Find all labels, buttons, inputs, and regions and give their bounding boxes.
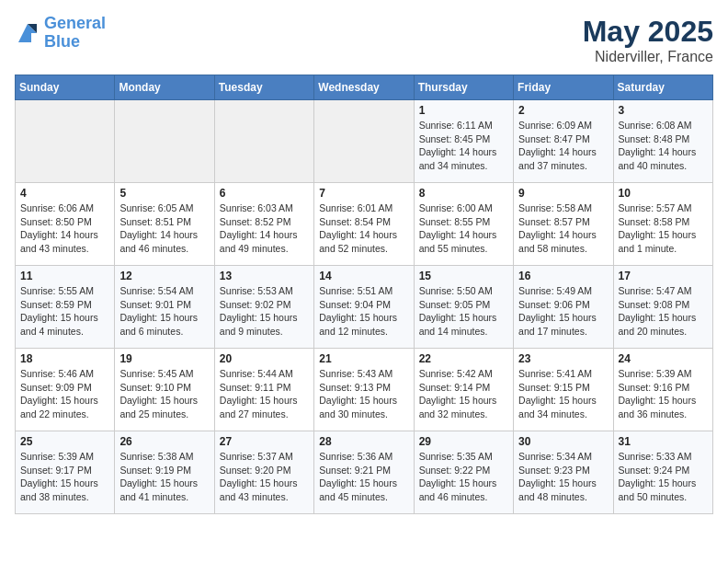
- calendar-cell: 13Sunrise: 5:53 AM Sunset: 9:02 PM Dayli…: [214, 266, 313, 349]
- calendar-cell: 4Sunrise: 6:06 AM Sunset: 8:50 PM Daylig…: [16, 183, 115, 266]
- day-info: Sunrise: 5:33 AM Sunset: 9:24 PM Dayligh…: [619, 450, 708, 504]
- weekday-header-thursday: Thursday: [414, 75, 513, 100]
- day-info: Sunrise: 6:00 AM Sunset: 8:55 PM Dayligh…: [419, 201, 508, 256]
- calendar-cell: 23Sunrise: 5:41 AM Sunset: 9:15 PM Dayli…: [514, 349, 613, 431]
- calendar-week-4: 18Sunrise: 5:46 AM Sunset: 9:09 PM Dayli…: [16, 349, 713, 431]
- calendar-cell: 20Sunrise: 5:44 AM Sunset: 9:11 PM Dayli…: [214, 349, 313, 431]
- calendar-cell: 27Sunrise: 5:37 AM Sunset: 9:20 PM Dayli…: [214, 431, 313, 514]
- calendar-cell: [16, 100, 115, 183]
- weekday-header-wednesday: Wednesday: [314, 75, 414, 100]
- day-info: Sunrise: 5:58 AM Sunset: 8:57 PM Dayligh…: [518, 201, 608, 256]
- day-info: Sunrise: 5:42 AM Sunset: 9:14 PM Dayligh…: [419, 367, 508, 421]
- logo-general: General: [44, 14, 106, 32]
- day-number: 27: [220, 435, 309, 448]
- logo-icon: [15, 20, 40, 46]
- day-number: 28: [319, 435, 408, 448]
- day-info: Sunrise: 5:41 AM Sunset: 9:15 PM Dayligh…: [518, 367, 608, 421]
- logo: General Blue: [15, 15, 106, 52]
- calendar-cell: [115, 100, 214, 183]
- calendar-week-1: 1Sunrise: 6:11 AM Sunset: 8:45 PM Daylig…: [16, 100, 713, 183]
- day-info: Sunrise: 5:57 AM Sunset: 8:58 PM Dayligh…: [619, 201, 708, 256]
- day-info: Sunrise: 6:08 AM Sunset: 8:48 PM Dayligh…: [619, 119, 708, 173]
- calendar-cell: 16Sunrise: 5:49 AM Sunset: 9:06 PM Dayli…: [514, 266, 613, 349]
- day-number: 12: [119, 270, 209, 282]
- day-info: Sunrise: 6:09 AM Sunset: 8:47 PM Dayligh…: [518, 119, 608, 173]
- calendar-cell: 12Sunrise: 5:54 AM Sunset: 9:01 PM Dayli…: [115, 266, 214, 349]
- weekday-header-tuesday: Tuesday: [214, 75, 313, 100]
- calendar-cell: 11Sunrise: 5:55 AM Sunset: 8:59 PM Dayli…: [16, 266, 115, 349]
- calendar-table: SundayMondayTuesdayWednesdayThursdayFrid…: [15, 75, 713, 514]
- day-info: Sunrise: 6:06 AM Sunset: 8:50 PM Dayligh…: [20, 201, 109, 256]
- calendar-cell: 19Sunrise: 5:45 AM Sunset: 9:10 PM Dayli…: [115, 349, 214, 431]
- day-number: 2: [518, 104, 608, 117]
- calendar-cell: 28Sunrise: 5:36 AM Sunset: 9:21 PM Dayli…: [314, 431, 414, 514]
- logo-blue: Blue: [44, 32, 80, 51]
- day-number: 15: [419, 270, 508, 282]
- weekday-header-monday: Monday: [115, 75, 214, 100]
- title-block: May 2025 Niderviller, France: [583, 15, 713, 65]
- calendar-title: May 2025: [583, 15, 713, 49]
- calendar-cell: 17Sunrise: 5:47 AM Sunset: 9:08 PM Dayli…: [613, 266, 712, 349]
- day-info: Sunrise: 5:34 AM Sunset: 9:23 PM Dayligh…: [518, 450, 608, 504]
- calendar-cell: 25Sunrise: 5:39 AM Sunset: 9:17 PM Dayli…: [16, 431, 115, 514]
- day-number: 21: [319, 352, 408, 365]
- day-info: Sunrise: 5:45 AM Sunset: 9:10 PM Dayligh…: [119, 367, 209, 421]
- calendar-cell: 29Sunrise: 5:35 AM Sunset: 9:22 PM Dayli…: [414, 431, 513, 514]
- day-number: 9: [518, 187, 608, 200]
- day-info: Sunrise: 6:03 AM Sunset: 8:52 PM Dayligh…: [220, 201, 309, 256]
- day-number: 22: [419, 352, 508, 365]
- day-number: 19: [119, 352, 209, 365]
- day-number: 11: [20, 270, 109, 282]
- day-number: 26: [119, 435, 209, 448]
- calendar-cell: 31Sunrise: 5:33 AM Sunset: 9:24 PM Dayli…: [613, 431, 712, 514]
- calendar-cell: 30Sunrise: 5:34 AM Sunset: 9:23 PM Dayli…: [514, 431, 613, 514]
- day-number: 6: [220, 187, 309, 200]
- day-info: Sunrise: 5:47 AM Sunset: 9:08 PM Dayligh…: [619, 284, 708, 339]
- calendar-cell: 5Sunrise: 6:05 AM Sunset: 8:51 PM Daylig…: [115, 183, 214, 266]
- day-number: 31: [619, 435, 708, 448]
- day-info: Sunrise: 6:11 AM Sunset: 8:45 PM Dayligh…: [419, 119, 508, 173]
- day-info: Sunrise: 5:46 AM Sunset: 9:09 PM Dayligh…: [20, 367, 109, 421]
- calendar-week-2: 4Sunrise: 6:06 AM Sunset: 8:50 PM Daylig…: [16, 183, 713, 266]
- calendar-cell: 22Sunrise: 5:42 AM Sunset: 9:14 PM Dayli…: [414, 349, 513, 431]
- calendar-cell: 14Sunrise: 5:51 AM Sunset: 9:04 PM Dayli…: [314, 266, 414, 349]
- day-number: 30: [518, 435, 608, 448]
- day-number: 16: [518, 270, 608, 282]
- day-info: Sunrise: 5:39 AM Sunset: 9:16 PM Dayligh…: [619, 367, 708, 421]
- day-info: Sunrise: 5:53 AM Sunset: 9:02 PM Dayligh…: [220, 284, 309, 339]
- weekday-header-saturday: Saturday: [613, 75, 712, 100]
- day-number: 14: [319, 270, 408, 282]
- day-info: Sunrise: 5:54 AM Sunset: 9:01 PM Dayligh…: [119, 284, 209, 339]
- day-info: Sunrise: 5:35 AM Sunset: 9:22 PM Dayligh…: [419, 450, 508, 504]
- calendar-cell: 10Sunrise: 5:57 AM Sunset: 8:58 PM Dayli…: [613, 183, 712, 266]
- page-header: General Blue May 2025 Niderviller, Franc…: [15, 15, 713, 65]
- day-number: 29: [419, 435, 508, 448]
- calendar-cell: 3Sunrise: 6:08 AM Sunset: 8:48 PM Daylig…: [613, 100, 712, 183]
- day-number: 24: [619, 352, 708, 365]
- calendar-cell: 15Sunrise: 5:50 AM Sunset: 9:05 PM Dayli…: [414, 266, 513, 349]
- day-info: Sunrise: 5:51 AM Sunset: 9:04 PM Dayligh…: [319, 284, 408, 339]
- logo-text: General Blue: [44, 15, 106, 52]
- day-info: Sunrise: 5:38 AM Sunset: 9:19 PM Dayligh…: [119, 450, 209, 504]
- day-info: Sunrise: 6:05 AM Sunset: 8:51 PM Dayligh…: [119, 201, 209, 256]
- calendar-cell: 1Sunrise: 6:11 AM Sunset: 8:45 PM Daylig…: [414, 100, 513, 183]
- day-info: Sunrise: 5:39 AM Sunset: 9:17 PM Dayligh…: [20, 450, 109, 504]
- calendar-week-3: 11Sunrise: 5:55 AM Sunset: 8:59 PM Dayli…: [16, 266, 713, 349]
- calendar-cell: 26Sunrise: 5:38 AM Sunset: 9:19 PM Dayli…: [115, 431, 214, 514]
- day-number: 3: [619, 104, 708, 117]
- day-number: 7: [319, 187, 408, 200]
- day-number: 10: [619, 187, 708, 200]
- day-number: 4: [20, 187, 109, 200]
- calendar-cell: [314, 100, 414, 183]
- day-number: 13: [220, 270, 309, 282]
- calendar-cell: 2Sunrise: 6:09 AM Sunset: 8:47 PM Daylig…: [514, 100, 613, 183]
- day-info: Sunrise: 5:55 AM Sunset: 8:59 PM Dayligh…: [20, 284, 109, 339]
- calendar-cell: 24Sunrise: 5:39 AM Sunset: 9:16 PM Dayli…: [613, 349, 712, 431]
- calendar-cell: 21Sunrise: 5:43 AM Sunset: 9:13 PM Dayli…: [314, 349, 414, 431]
- day-number: 23: [518, 352, 608, 365]
- day-info: Sunrise: 6:01 AM Sunset: 8:54 PM Dayligh…: [319, 201, 408, 256]
- day-number: 20: [220, 352, 309, 365]
- calendar-cell: 7Sunrise: 6:01 AM Sunset: 8:54 PM Daylig…: [314, 183, 414, 266]
- day-info: Sunrise: 5:37 AM Sunset: 9:20 PM Dayligh…: [220, 450, 309, 504]
- day-number: 25: [20, 435, 109, 448]
